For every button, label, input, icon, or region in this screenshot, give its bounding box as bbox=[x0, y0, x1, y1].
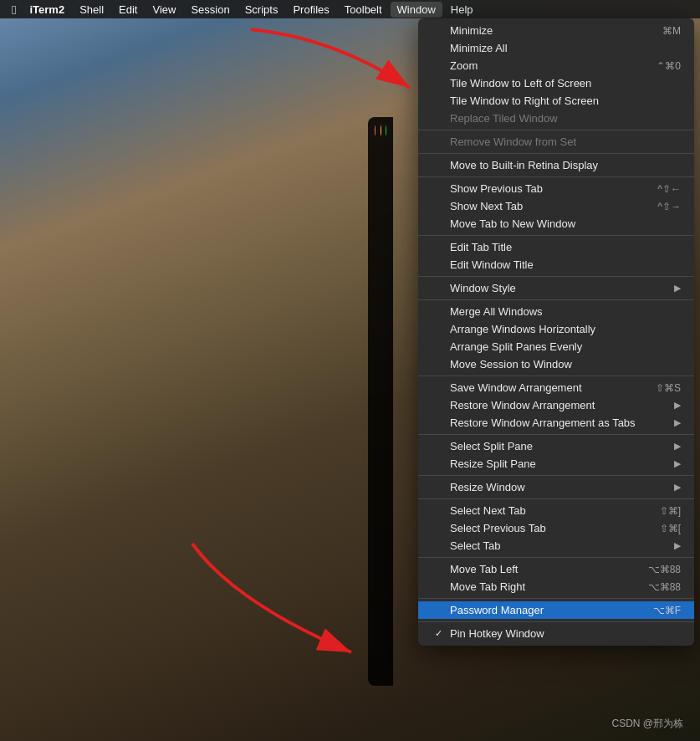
menu-item-password-manager[interactable]: Password Manager ⌥⌘F bbox=[418, 601, 694, 619]
menu-item-move-tab-right-shortcut: ⌥⌘88 bbox=[648, 581, 681, 593]
submenu-arrow-restore: ▶ bbox=[674, 400, 681, 411]
separator-13 bbox=[418, 621, 694, 622]
menu-item-edit-tab-title[interactable]: Edit Tab Title bbox=[418, 238, 694, 256]
separator-4 bbox=[418, 235, 694, 236]
menu-item-show-prev-tab-label: Show Previous Tab bbox=[450, 182, 641, 195]
menu-item-move-session-to-window[interactable]: Move Session to Window bbox=[418, 355, 694, 373]
menu-item-move-tab-left[interactable]: Move Tab Left ⌥⌘88 bbox=[418, 560, 694, 578]
menu-item-tile-right[interactable]: Tile Window to Right of Screen bbox=[418, 92, 694, 110]
menu-item-select-next-tab[interactable]: Select Next Tab ⇧⌘] bbox=[418, 502, 694, 519]
menu-item-restore-arrangement-label: Restore Window Arrangement bbox=[450, 399, 667, 411]
menu-item-remove-window-label: Remove Window from Set bbox=[450, 135, 664, 148]
menu-item-move-tab-right[interactable]: Move Tab Right ⌥⌘88 bbox=[418, 578, 694, 595]
menu-item-move-tab-left-label: Move Tab Left bbox=[450, 563, 631, 575]
menu-bar-shell[interactable]: Shell bbox=[73, 2, 110, 18]
menu-item-merge-all-windows[interactable]: Merge All Windows bbox=[418, 303, 694, 320]
separator-1 bbox=[418, 130, 694, 130]
menu-item-show-prev-tab[interactable]: Show Previous Tab ^⇧← bbox=[418, 180, 694, 197]
menu-item-move-to-retina[interactable]: Move to Built-in Retina Display bbox=[418, 156, 694, 174]
menu-bar-iterm2[interactable]: iTerm2 bbox=[23, 2, 71, 18]
menu-item-move-tab-new-window[interactable]: Move Tab to New Window bbox=[418, 215, 694, 233]
menu-item-save-arrangement-shortcut: ⇧⌘S bbox=[656, 382, 681, 394]
menu-item-password-manager-label: Password Manager bbox=[450, 604, 636, 616]
menu-item-move-tab-left-shortcut: ⌥⌘88 bbox=[648, 564, 681, 575]
menu-item-edit-window-title[interactable]: Edit Window Title bbox=[418, 256, 694, 273]
menu-item-show-next-tab-label: Show Next Tab bbox=[450, 200, 641, 212]
menu-item-show-next-tab[interactable]: Show Next Tab ^⇧→ bbox=[418, 197, 694, 215]
separator-10 bbox=[418, 498, 694, 499]
menu-item-zoom[interactable]: Zoom ⌃⌘0 bbox=[418, 57, 694, 74]
menu-item-select-tab[interactable]: Select Tab ▶ bbox=[418, 537, 694, 554]
separator-11 bbox=[418, 557, 694, 558]
terminal-window bbox=[368, 117, 393, 686]
menu-item-zoom-label: Zoom bbox=[450, 59, 640, 72]
submenu-arrow-resize-window: ▶ bbox=[674, 482, 681, 493]
menu-item-select-split-pane[interactable]: Select Split Pane ▶ bbox=[418, 437, 694, 455]
menu-item-move-tab-right-label: Move Tab Right bbox=[450, 580, 631, 593]
menu-item-replace-tiled: Replace Tiled Window bbox=[418, 110, 694, 127]
separator-8 bbox=[418, 434, 694, 435]
apple-menu[interactable]:  bbox=[7, 1, 21, 18]
menu-item-move-tab-new-window-label: Move Tab to New Window bbox=[450, 217, 664, 230]
separator-6 bbox=[418, 299, 694, 300]
menu-item-window-style-label: Window Style bbox=[450, 282, 667, 294]
menu-item-arrange-split-panes[interactable]: Arrange Split Panes Evenly bbox=[418, 338, 694, 355]
menu-item-select-prev-tab[interactable]: Select Previous Tab ⇧⌘[ bbox=[418, 519, 694, 537]
menu-item-minimize-shortcut: ⌘M bbox=[662, 25, 681, 37]
menu-bar-toolbelt[interactable]: Toolbelt bbox=[338, 2, 389, 18]
menu-item-tile-right-label: Tile Window to Right of Screen bbox=[450, 95, 664, 107]
menu-bar-session[interactable]: Session bbox=[184, 2, 236, 18]
menu-item-pin-hotkey-label: Pin Hotkey Window bbox=[450, 627, 664, 640]
zoom-button[interactable] bbox=[386, 125, 386, 135]
menu-item-restore-as-tabs[interactable]: Restore Window Arrangement as Tabs ▶ bbox=[418, 414, 694, 432]
separator-5 bbox=[418, 276, 694, 277]
menu-item-edit-window-title-label: Edit Window Title bbox=[450, 258, 664, 271]
separator-3 bbox=[418, 176, 694, 177]
menu-item-select-next-tab-shortcut: ⇧⌘] bbox=[660, 505, 681, 517]
menu-bar-profiles[interactable]: Profiles bbox=[286, 2, 335, 18]
menu-item-resize-split-pane[interactable]: Resize Split Pane ▶ bbox=[418, 455, 694, 473]
menu-item-save-arrangement[interactable]: Save Window Arrangement ⇧⌘S bbox=[418, 379, 694, 396]
menu-item-select-split-label: Select Split Pane bbox=[450, 440, 667, 452]
menu-item-select-tab-label: Select Tab bbox=[450, 539, 667, 552]
menu-item-move-retina-label: Move to Built-in Retina Display bbox=[450, 159, 664, 171]
minimize-button[interactable] bbox=[381, 125, 381, 135]
menu-item-select-next-tab-label: Select Next Tab bbox=[450, 504, 643, 517]
menu-item-edit-tab-title-label: Edit Tab Title bbox=[450, 241, 664, 253]
menu-item-arrange-horizontally[interactable]: Arrange Windows Horizontally bbox=[418, 320, 694, 338]
menu-item-replace-tiled-label: Replace Tiled Window bbox=[450, 112, 664, 125]
menu-bar-edit[interactable]: Edit bbox=[112, 2, 144, 18]
menu-item-tile-left[interactable]: Tile Window to Left of Screen bbox=[418, 74, 694, 92]
submenu-arrow-select-split: ▶ bbox=[674, 441, 681, 452]
menu-bar-window[interactable]: Window bbox=[391, 2, 442, 18]
menu-item-window-style[interactable]: Window Style ▶ bbox=[418, 279, 694, 297]
menu-item-minimize-all[interactable]: Minimize All bbox=[418, 39, 694, 57]
close-button[interactable] bbox=[375, 125, 376, 135]
submenu-arrow-window-style: ▶ bbox=[674, 283, 681, 294]
menu-item-resize-split-label: Resize Split Pane bbox=[450, 457, 667, 470]
menu-item-minimize-all-label: Minimize All bbox=[450, 42, 664, 54]
menu-item-restore-arrangement[interactable]: Restore Window Arrangement ▶ bbox=[418, 396, 694, 414]
watermark: CSDN @邢为栋 bbox=[611, 717, 683, 731]
window-menu-dropdown: Minimize ⌘M Minimize All Zoom ⌃⌘0 Tile W… bbox=[418, 18, 694, 646]
menu-item-resize-window[interactable]: Resize Window ▶ bbox=[418, 478, 694, 496]
menu-item-arrange-split-label: Arrange Split Panes Evenly bbox=[450, 340, 664, 353]
menu-item-minimize[interactable]: Minimize ⌘M bbox=[418, 22, 694, 39]
menu-item-select-prev-tab-label: Select Previous Tab bbox=[450, 522, 643, 534]
menu-item-move-session-label: Move Session to Window bbox=[450, 358, 664, 370]
menu-item-show-next-tab-shortcut: ^⇧→ bbox=[657, 201, 681, 212]
separator-9 bbox=[418, 475, 694, 476]
menu-bar-help[interactable]: Help bbox=[444, 2, 480, 18]
pin-hotkey-checkmark: ✓ bbox=[435, 628, 448, 639]
menu-item-password-manager-shortcut: ⌥⌘F bbox=[653, 605, 681, 616]
menu-item-select-prev-tab-shortcut: ⇧⌘[ bbox=[660, 523, 681, 534]
menu-bar-scripts[interactable]: Scripts bbox=[238, 2, 285, 18]
menu-item-arrange-h-label: Arrange Windows Horizontally bbox=[450, 323, 664, 335]
menu-item-pin-hotkey-window[interactable]: ✓ Pin Hotkey Window bbox=[418, 625, 694, 642]
menu-item-show-prev-tab-shortcut: ^⇧← bbox=[657, 183, 681, 195]
menu-item-remove-window-from-set: Remove Window from Set bbox=[418, 133, 694, 151]
menu-item-merge-all-label: Merge All Windows bbox=[450, 305, 664, 318]
menu-bar-view[interactable]: View bbox=[146, 2, 182, 18]
submenu-arrow-select-tab: ▶ bbox=[674, 540, 681, 551]
submenu-arrow-resize-split: ▶ bbox=[674, 458, 681, 469]
